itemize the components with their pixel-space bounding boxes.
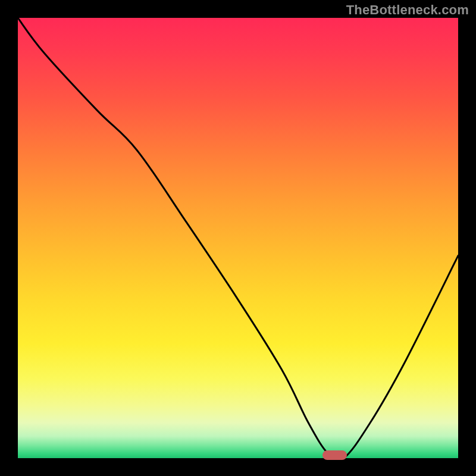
curve-svg [18,18,458,458]
chart-frame: TheBottleneck.com [0,0,476,476]
optimal-marker [322,450,347,460]
plot-area [18,18,458,458]
watermark-text: TheBottleneck.com [346,2,469,18]
bottleneck-curve-path [18,18,458,458]
